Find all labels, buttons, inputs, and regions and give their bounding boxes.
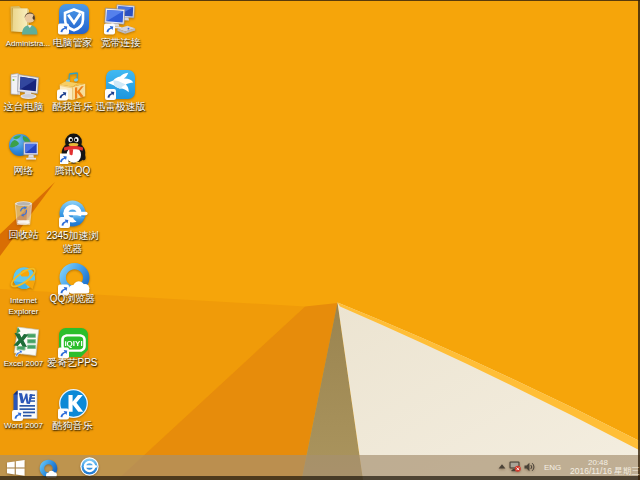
svg-text:iQIYI: iQIYI <box>64 339 82 348</box>
